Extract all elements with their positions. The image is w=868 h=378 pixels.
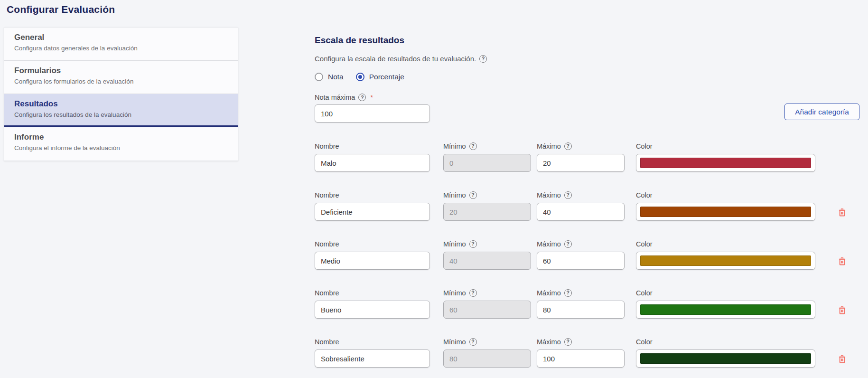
help-icon[interactable]: ?	[469, 191, 477, 199]
trash-icon	[837, 354, 847, 364]
category-color-picker[interactable]	[636, 350, 815, 368]
help-icon[interactable]: ?	[469, 142, 477, 150]
category-min-input	[443, 203, 531, 221]
required-asterisk: *	[370, 94, 373, 101]
category-min-input	[443, 252, 531, 270]
category-name-input[interactable]	[315, 154, 430, 172]
sidebar-item-informe[interactable]: Informe Configura el informe de la evalu…	[4, 127, 238, 161]
results-scale-panel: Escala de resultados Configura la escala…	[315, 35, 859, 368]
sidebar-item-description: Configura los resultados de la evaluació…	[14, 111, 228, 118]
help-icon[interactable]: ?	[564, 142, 572, 150]
category-row: Nombre Mínimo? Máximo? Color	[315, 337, 859, 368]
sidebar-item-title: Formularios	[14, 66, 228, 76]
max-column-label: Máximo?	[537, 337, 625, 346]
help-icon[interactable]: ?	[469, 240, 477, 248]
category-name-input[interactable]	[315, 301, 430, 319]
category-max-input[interactable]	[537, 252, 625, 270]
name-column-label: Nombre	[315, 142, 430, 151]
color-swatch	[640, 255, 811, 266]
category-max-input[interactable]	[537, 350, 625, 368]
min-column-label: Mínimo?	[443, 239, 531, 248]
category-min-input	[443, 154, 531, 172]
min-column-label: Mínimo?	[443, 288, 531, 297]
section-description: Configura la escala de resultados de tu …	[315, 55, 859, 63]
section-description-text: Configura la escala de resultados de tu …	[315, 55, 476, 63]
sidebar-item-description: Configura los formularios de la evaluaci…	[14, 78, 228, 85]
name-column-label: Nombre	[315, 239, 430, 248]
max-column-label: Máximo?	[537, 288, 625, 297]
sidebar-item-general[interactable]: General Configura datos generales de la …	[4, 28, 238, 61]
name-column-label: Nombre	[315, 288, 430, 297]
color-swatch	[640, 304, 811, 315]
sidebar-item-formularios[interactable]: Formularios Configura los formularios de…	[4, 61, 238, 94]
max-grade-label: Nota máxima ? *	[315, 94, 859, 101]
categories-list: Nombre Mínimo? Máximo? Color	[315, 142, 859, 368]
color-column-label: Color	[636, 142, 815, 151]
help-icon[interactable]: ?	[479, 55, 487, 63]
delete-category-button[interactable]	[836, 353, 848, 365]
category-color-picker[interactable]	[636, 252, 815, 270]
section-title: Escala de resultados	[315, 35, 859, 46]
category-name-input[interactable]	[315, 252, 430, 270]
category-row: Nombre Mínimo? Máximo? Color	[315, 239, 859, 270]
color-swatch	[640, 207, 811, 217]
category-row: Nombre Mínimo? Máximo? Color	[315, 142, 859, 172]
sidebar-item-title: General	[14, 33, 228, 42]
category-max-input[interactable]	[537, 301, 625, 319]
trash-icon	[837, 208, 847, 217]
help-icon[interactable]: ?	[564, 338, 572, 346]
min-column-label: Mínimo?	[443, 142, 531, 151]
category-min-input	[443, 301, 531, 319]
category-color-picker[interactable]	[636, 203, 815, 221]
sidebar-item-resultados[interactable]: Resultados Configura los resultados de l…	[4, 94, 238, 127]
color-swatch	[640, 353, 811, 364]
radio-label: Nota	[328, 73, 344, 81]
max-column-label: Máximo?	[537, 142, 625, 151]
category-color-picker[interactable]	[636, 301, 815, 319]
max-column-label: Máximo?	[537, 190, 625, 199]
radio-nota[interactable]: Nota	[315, 73, 344, 81]
configure-evaluation-screen: Configurar Evaluación General Configura …	[0, 0, 868, 378]
add-category-button[interactable]: Añadir categoría	[784, 104, 859, 120]
sidebar-item-description: Configura datos generales de la evaluaci…	[14, 45, 228, 52]
delete-category-button[interactable]	[836, 207, 848, 218]
category-row: Nombre Mínimo? Máximo? Color	[315, 288, 859, 319]
page-title: Configurar Evaluación	[7, 4, 115, 15]
category-name-input[interactable]	[315, 203, 430, 221]
help-icon[interactable]: ?	[564, 240, 572, 248]
max-grade-input[interactable]	[315, 104, 430, 123]
sidebar-item-title: Resultados	[14, 99, 228, 109]
sidebar-item-description: Configura el informe de la evaluación	[14, 144, 228, 151]
min-column-label: Mínimo?	[443, 190, 531, 199]
category-color-picker[interactable]	[636, 154, 815, 172]
name-column-label: Nombre	[315, 190, 430, 199]
help-icon[interactable]: ?	[564, 191, 572, 199]
trash-icon	[837, 305, 847, 315]
help-icon[interactable]: ?	[469, 289, 477, 297]
color-swatch	[640, 158, 811, 168]
max-column-label: Máximo?	[537, 239, 625, 248]
category-row: Nombre Mínimo? Máximo? Color	[315, 190, 859, 221]
color-column-label: Color	[636, 337, 815, 346]
sidebar: General Configura datos generales de la …	[4, 27, 238, 161]
radio-label: Porcentaje	[369, 73, 404, 81]
color-column-label: Color	[636, 190, 815, 199]
category-max-input[interactable]	[537, 154, 625, 172]
help-icon[interactable]: ?	[564, 289, 572, 297]
trash-icon	[837, 256, 847, 266]
radio-circle-icon	[315, 73, 323, 81]
sidebar-item-title: Informe	[14, 132, 228, 142]
help-icon[interactable]: ?	[358, 94, 366, 101]
radio-circle-selected-icon	[356, 73, 364, 81]
name-column-label: Nombre	[315, 337, 430, 346]
radio-porcentaje[interactable]: Porcentaje	[356, 73, 404, 81]
scale-type-radio-group: Nota Porcentaje	[315, 73, 859, 81]
color-column-label: Color	[636, 239, 815, 248]
help-icon[interactable]: ?	[469, 338, 477, 346]
delete-category-button[interactable]	[836, 255, 848, 267]
category-name-input[interactable]	[315, 350, 430, 368]
category-min-input	[443, 350, 531, 368]
category-max-input[interactable]	[537, 203, 625, 221]
color-column-label: Color	[636, 288, 815, 297]
delete-category-button[interactable]	[836, 304, 848, 316]
